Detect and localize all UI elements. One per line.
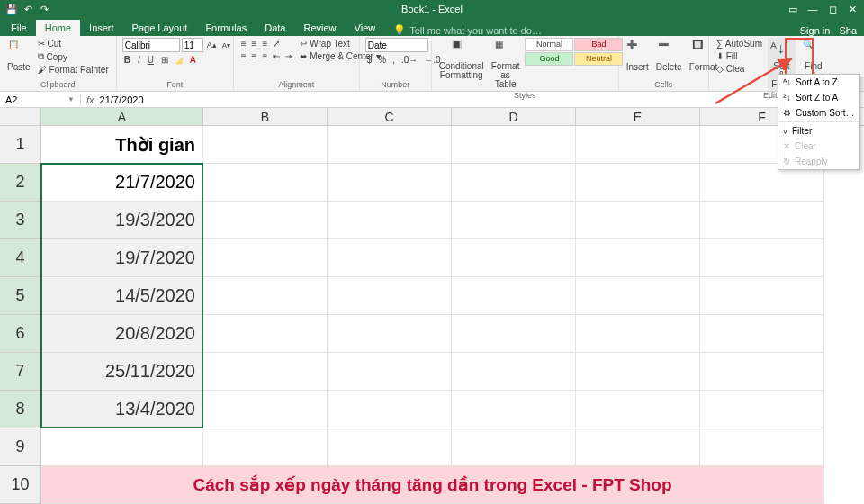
filter-toggle[interactable]: ▿Filter [778,123,860,139]
style-normal[interactable]: Normal [525,38,573,51]
align-right-icon[interactable]: ≡ [260,50,269,62]
ribbon-options-icon[interactable]: ▭ [787,3,799,15]
italic-button[interactable]: I [136,54,142,66]
select-all-corner[interactable] [0,108,41,126]
font-name-input[interactable] [122,38,180,52]
cell[interactable] [576,277,700,315]
custom-sort[interactable]: ⚙Custom Sort… [778,105,860,121]
cell[interactable] [328,202,452,239]
fx-icon[interactable]: fx [86,94,94,105]
cell[interactable] [203,164,328,202]
align-center-icon[interactable]: ≡ [250,50,259,62]
number-format-select[interactable] [365,38,428,52]
row-header-10[interactable]: 10 [0,466,40,504]
col-header-C[interactable]: C [328,108,452,125]
name-box[interactable]: A2 ▼ [0,94,81,105]
cell[interactable] [203,239,328,277]
grid-cells[interactable]: Thời gian21/7/202019/3/202019/7/202014/5… [41,126,864,504]
tab-home[interactable]: Home [36,20,80,36]
row-header-1[interactable]: 1 [0,126,40,164]
cell[interactable] [576,239,700,277]
tab-view[interactable]: View [346,20,385,36]
cell[interactable] [452,126,576,164]
underline-button[interactable]: U [146,54,156,66]
cell[interactable] [576,202,700,239]
cell[interactable] [328,315,452,353]
comma-icon[interactable]: , [391,54,397,66]
tell-me[interactable]: 💡 Tell me what you want to do… [393,24,542,36]
cell[interactable] [576,315,700,353]
cell[interactable] [700,239,824,277]
increase-font-icon[interactable]: A▴ [205,38,219,52]
tab-data[interactable]: Data [256,20,294,36]
formula-input[interactable]: 21/7/2020 [100,94,144,105]
row-header-5[interactable]: 5 [0,277,40,315]
cell[interactable] [328,277,452,315]
conditional-formatting-button[interactable]: 🔳 Conditional Formatting [437,38,486,82]
cell[interactable] [452,202,576,239]
cell[interactable] [576,164,700,202]
row-header-2[interactable]: 2 [0,164,40,202]
cell[interactable] [203,353,328,391]
sort-a-to-z[interactable]: ᴬ↓Sort A to Z [778,75,860,90]
cell[interactable] [203,126,328,164]
tab-review[interactable]: Review [294,20,345,36]
row-header-6[interactable]: 6 [0,315,40,353]
tab-insert[interactable]: Insert [80,20,123,36]
col-header-B[interactable]: B [203,108,328,125]
cell[interactable] [700,277,824,315]
paste-button[interactable]: 📋 Paste [5,38,32,74]
fill-color-button[interactable]: ◢ [174,54,184,66]
indent-decrease-icon[interactable]: ⇤ [271,50,282,62]
cell[interactable] [452,164,576,202]
cell[interactable] [700,315,824,353]
cell[interactable] [328,164,452,202]
minimize-icon[interactable]: — [806,3,819,15]
cell[interactable] [452,239,576,277]
cell[interactable] [700,202,824,239]
cell[interactable] [452,428,576,466]
insert-cells-button[interactable]: ➕Insert [625,38,651,74]
delete-cells-button[interactable]: ➖Delete [654,38,684,74]
cell[interactable] [328,126,452,164]
indent-increase-icon[interactable]: ⇥ [284,50,294,62]
font-size-input[interactable] [182,38,203,52]
currency-icon[interactable]: $ [365,54,374,66]
style-good[interactable]: Good [525,52,573,66]
cell[interactable] [452,277,576,315]
cell[interactable] [700,428,824,466]
autosum-button[interactable]: ∑AutoSum [715,38,764,50]
align-middle-icon[interactable]: ≡ [250,38,259,50]
increase-decimal-icon[interactable]: .0→ [400,54,419,66]
cell[interactable] [203,202,328,239]
percent-icon[interactable]: % [376,54,388,66]
cell[interactable] [452,315,576,353]
cell[interactable] [576,428,700,466]
chevron-down-icon[interactable]: ▼ [68,95,75,104]
cell[interactable] [328,391,452,428]
row-header-7[interactable]: 7 [0,353,40,391]
cell[interactable] [203,277,328,315]
cell[interactable] [328,239,452,277]
sort-z-to-a[interactable]: ᶻ↓Sort Z to A [778,90,860,105]
style-neutral[interactable]: Neutral [574,52,623,66]
undo-icon[interactable]: ↶ [22,3,34,15]
cell[interactable] [576,391,700,428]
col-header-A[interactable]: A [41,108,203,125]
cell[interactable] [452,391,576,428]
decrease-font-icon[interactable]: A▾ [220,38,232,52]
tab-page-layout[interactable]: Page Layout [123,20,197,36]
cell[interactable] [203,315,328,353]
cell[interactable] [41,428,203,466]
format-painter-button[interactable]: 🖌Format Painter [36,64,111,76]
cell[interactable] [576,126,700,164]
align-top-icon[interactable]: ≡ [239,38,248,50]
maximize-icon[interactable]: ◻ [826,3,839,15]
cell[interactable] [328,428,452,466]
sign-in[interactable]: Sign in [800,25,831,36]
align-bottom-icon[interactable]: ≡ [260,38,269,50]
cell[interactable] [203,391,328,428]
clear-button[interactable]: ◇Clea [715,63,764,75]
close-icon[interactable]: ✕ [846,3,859,15]
tab-file[interactable]: File [2,20,36,36]
